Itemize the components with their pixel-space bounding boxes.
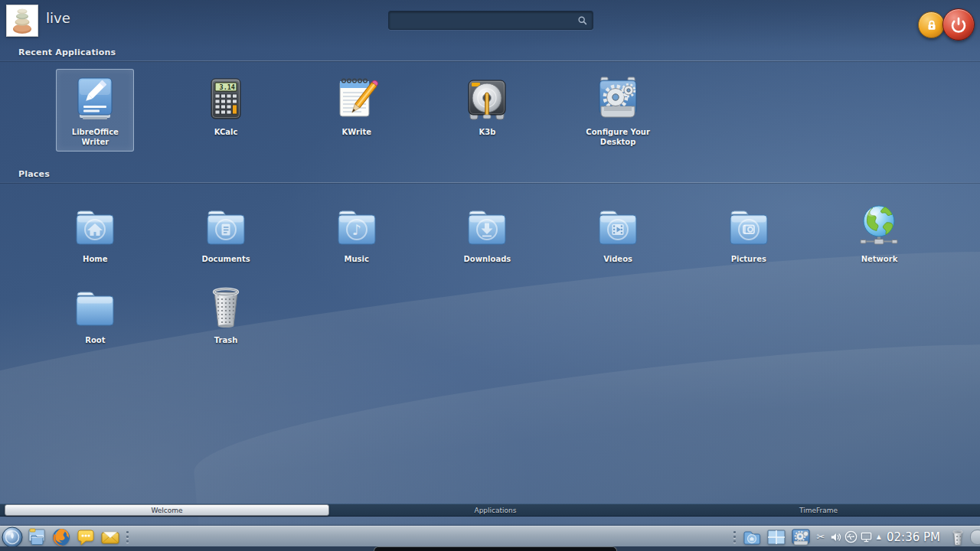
folder-videos-icon	[593, 201, 642, 250]
place-label: Pictures	[712, 254, 786, 264]
place-tile-downloads[interactable]: Downloads	[448, 196, 526, 269]
place-label: Home	[58, 254, 132, 264]
desktop-launcher-screen: live Recent Applications	[0, 0, 980, 551]
app-tile-kcalc[interactable]: 3.14 KCalc	[187, 69, 265, 152]
place-label: Downloads	[450, 254, 524, 264]
app-label: KCalc	[189, 127, 263, 137]
folder-music-icon: ♪	[332, 201, 381, 250]
network-globe-icon	[854, 201, 903, 250]
app-launcher-orb-icon[interactable]	[0, 527, 24, 547]
section-title-places: Places	[18, 169, 50, 179]
hidden-panel-peek[interactable]	[374, 546, 617, 551]
app-tile-libreoffice-writer[interactable]: LibreOffice Writer	[56, 69, 134, 152]
user-avatar[interactable]	[6, 5, 38, 37]
app-tile-configure-your-desktop[interactable]: Configure Your Desktop	[579, 69, 657, 152]
k3b-icon	[462, 74, 511, 123]
kwrite-icon	[332, 74, 381, 123]
place-label: Root	[58, 335, 132, 345]
place-tile-documents[interactable]: Documents	[187, 196, 265, 269]
system-settings-gears-icon	[593, 74, 642, 123]
section-separator	[0, 60, 980, 61]
usb-device-notifier-icon[interactable]	[844, 527, 859, 547]
tab-welcome[interactable]: Welcome	[5, 504, 329, 516]
panel-drag-handle[interactable]	[733, 531, 736, 543]
place-label: Network	[842, 254, 916, 264]
folder-pictures-icon	[724, 201, 773, 250]
username-label: live	[46, 10, 70, 26]
power-icon	[950, 16, 967, 33]
app-tile-kwrite[interactable]: KWrite	[318, 69, 396, 152]
place-tile-trash[interactable]: Trash	[187, 277, 265, 350]
folder-documents-icon	[201, 201, 250, 250]
clipboard-scissors-icon[interactable]: ✂	[813, 527, 828, 547]
system-settings-task-icon[interactable]	[789, 527, 813, 547]
kcalc-icon: 3.14	[201, 74, 250, 123]
folder-window-task-icon[interactable]	[740, 527, 764, 547]
section-separator	[0, 182, 980, 183]
folder-home-icon	[70, 201, 119, 250]
file-manager-icon[interactable]	[24, 527, 49, 547]
app-tile-k3b[interactable]: K3b	[448, 69, 526, 152]
system-tray: ✂ ▲	[813, 527, 884, 547]
firefox-browser-icon[interactable]	[49, 527, 74, 547]
kcalc-display-value: 3.14	[220, 83, 235, 91]
folder-plain-icon	[70, 282, 119, 331]
libreoffice-writer-icon	[70, 74, 119, 123]
place-tile-root[interactable]: Root	[56, 277, 134, 350]
folder-downloads-icon	[462, 201, 511, 250]
tray-expand-arrow-icon[interactable]: ▲	[877, 533, 881, 540]
place-label: Music	[320, 254, 394, 264]
taskbar-clock[interactable]: 02:36 PM	[887, 530, 940, 544]
taskbar-panel: ✂ ▲ 02:36 P	[0, 526, 980, 547]
power-leave-button[interactable]	[942, 8, 975, 41]
place-tile-pictures[interactable]: Pictures	[710, 196, 788, 269]
section-title-recent-applications: Recent Applications	[18, 47, 116, 57]
lock-screen-button[interactable]	[918, 11, 945, 38]
place-tile-home[interactable]: Home	[56, 196, 134, 269]
app-label: K3b	[450, 127, 524, 137]
recent-applications-grid: LibreOffice Writer 3.14	[30, 69, 950, 152]
search-input[interactable]	[389, 15, 575, 26]
place-label: Trash	[189, 335, 263, 345]
network-display-icon[interactable]	[859, 527, 874, 547]
app-label: Configure Your Desktop	[581, 127, 655, 147]
stacked-stones-avatar-image	[7, 5, 38, 36]
launcher-tab-bar: Welcome Applications TimeFrame	[0, 504, 980, 517]
trash-basket-icon	[201, 282, 250, 331]
place-tile-videos[interactable]: Videos	[579, 196, 657, 269]
panel-cashew-icon[interactable]	[970, 530, 980, 545]
tab-timeframe[interactable]: TimeFrame	[657, 504, 980, 516]
desktop-pager-icon[interactable]	[764, 527, 789, 547]
places-grid: Home Documents	[30, 196, 950, 350]
place-tile-music[interactable]: ♪ Music	[318, 196, 396, 269]
volume-speaker-icon[interactable]	[828, 527, 844, 547]
place-label: Documents	[189, 254, 263, 264]
search-box[interactable]	[388, 11, 593, 30]
taskbar-trash-icon[interactable]	[946, 527, 970, 547]
tab-applications[interactable]: Applications	[334, 504, 657, 516]
lock-icon	[925, 18, 939, 32]
chat-messenger-icon[interactable]	[74, 527, 98, 547]
app-label: LibreOffice Writer	[58, 127, 132, 147]
app-label: KWrite	[320, 127, 394, 137]
place-tile-network[interactable]: Network	[840, 196, 918, 269]
magnifier-icon[interactable]	[575, 13, 590, 28]
svg-text:♪: ♪	[352, 221, 361, 238]
place-label: Videos	[581, 254, 655, 264]
panel-drag-handle[interactable]	[126, 531, 129, 543]
mail-client-icon[interactable]	[98, 527, 122, 547]
